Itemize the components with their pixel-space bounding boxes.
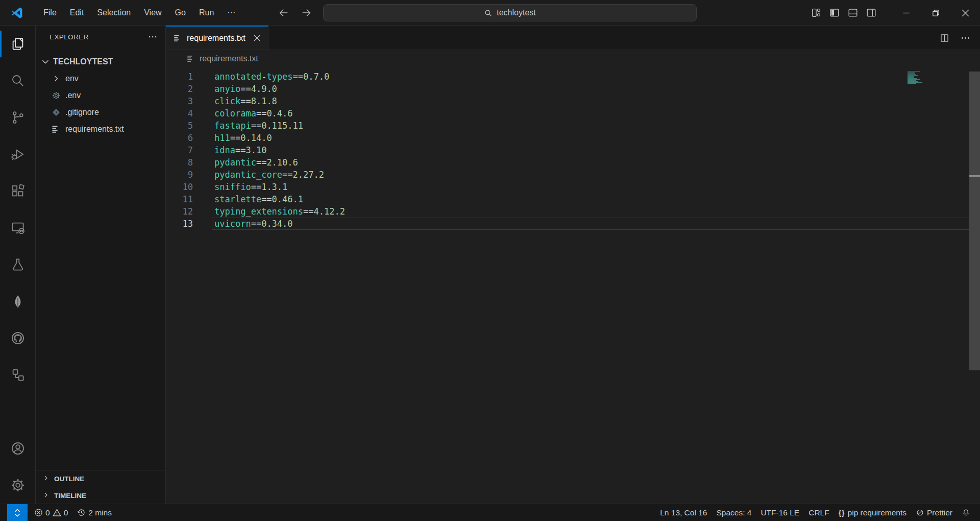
tree-root-techloytest[interactable]: TECHLOYTEST — [36, 53, 165, 70]
code-text: pydantic==2.10.6 — [193, 156, 298, 169]
remote-icon — [13, 508, 22, 517]
activity-source-control-icon[interactable] — [0, 99, 36, 136]
split-editor-icon[interactable] — [939, 33, 950, 43]
code-text: idna==3.10 — [193, 144, 266, 156]
status-bar-right: Ln 13, Col 16Spaces: 4UTF-16 LECRLF{}pip… — [655, 508, 975, 517]
code-line-1[interactable]: 1annotated-types==0.7.0 — [166, 70, 980, 83]
status-label: CRLF — [808, 508, 829, 517]
code-text: starlette==0.46.1 — [193, 193, 303, 205]
section-timeline[interactable]: TIMELINE — [36, 487, 165, 504]
explorer-actions-button[interactable]: ⋯ — [148, 31, 158, 42]
activity-testing-icon[interactable] — [0, 246, 36, 283]
chevron-right-icon — [36, 491, 54, 501]
code-line-10[interactable]: 10sniffio==1.3.1 — [166, 181, 980, 193]
code-text: uvicorn==0.34.0 — [193, 218, 293, 230]
editor-area: requirements.txt requirements.txt 1annot… — [166, 26, 980, 504]
section-outline[interactable]: OUTLINE — [36, 470, 165, 487]
title-bar: FileEditSelectionViewGoRun ⋯ techloytest — [0, 0, 980, 26]
code-line-6[interactable]: 6h11==0.14.0 — [166, 132, 980, 144]
tree-item-requirements-txt[interactable]: requirements.txt — [36, 121, 165, 137]
status-label: Spaces: 4 — [716, 508, 751, 517]
toggle-secondary-sidebar-icon[interactable] — [866, 7, 877, 18]
menu-more-button[interactable]: ⋯ — [220, 5, 242, 20]
code-line-2[interactable]: 2anyio==4.9.0 — [166, 83, 980, 95]
vscode-window: FileEditSelectionViewGoRun ⋯ techloytest — [0, 0, 980, 521]
activity-explorer-icon[interactable] — [0, 26, 36, 62]
minimize-button[interactable] — [891, 0, 921, 26]
code-line-5[interactable]: 5fastapi==0.115.11 — [166, 120, 980, 132]
tab-close-icon[interactable] — [253, 34, 261, 42]
status-indentation[interactable]: Spaces: 4 — [712, 508, 756, 517]
line-number: 12 — [166, 205, 193, 218]
tree-item-dot-env[interactable]: .env — [36, 87, 165, 104]
activity-extensions-icon[interactable] — [0, 173, 36, 209]
close-button[interactable] — [950, 0, 980, 26]
menu-view[interactable]: View — [137, 5, 168, 20]
tree-item-dot-gitignore[interactable]: .gitignore — [36, 104, 165, 121]
timer-indicator[interactable]: 2 mins — [72, 508, 116, 517]
status-notifications[interactable] — [957, 508, 975, 517]
status-cursor-position[interactable]: Ln 13, Col 16 — [655, 508, 712, 517]
file-tree: TECHLOYTESTenv.env.gitignorerequirements… — [36, 53, 165, 137]
command-center-search[interactable]: techloytest — [323, 4, 697, 21]
status-label: pip requirements — [848, 508, 906, 517]
code-line-13[interactable]: 13uvicorn==0.34.0 — [166, 218, 980, 230]
status-label: Prettier — [927, 508, 952, 517]
text-lines-icon — [51, 124, 61, 134]
activity-mongodb-icon[interactable] — [0, 283, 36, 320]
menu-go[interactable]: Go — [168, 5, 192, 20]
status-formatter[interactable]: Prettier — [911, 508, 957, 517]
activity-search-icon[interactable] — [0, 62, 36, 99]
code-line-8[interactable]: 8pydantic==2.10.6 — [166, 156, 980, 169]
activity-bar — [0, 26, 36, 504]
code-line-12[interactable]: 12typing_extensions==4.12.2 — [166, 205, 980, 218]
problems-indicator[interactable]: 0 0 — [30, 508, 72, 517]
customize-layout-icon[interactable] — [811, 7, 822, 18]
git-diamond-icon — [51, 107, 61, 117]
tab-requirements-txt[interactable]: requirements.txt — [166, 26, 268, 50]
restore-button[interactable] — [921, 0, 950, 26]
code-line-3[interactable]: 3click==8.1.8 — [166, 95, 980, 107]
code-editor[interactable]: 1annotated-types==0.7.02anyio==4.9.03cli… — [166, 67, 980, 504]
status-bar: 0 0 2 mins Ln 13, Col 16Spaces: 4UTF-16 … — [0, 504, 980, 521]
menu-edit[interactable]: Edit — [63, 5, 91, 20]
menu-selection[interactable]: Selection — [90, 5, 137, 20]
line-number: 3 — [166, 95, 193, 107]
activity-settings-icon[interactable] — [0, 467, 36, 504]
sidebar-title: EXPLORER — [50, 33, 89, 41]
tree-item-env[interactable]: env — [36, 70, 165, 87]
tab-label: requirements.txt — [187, 34, 246, 43]
menu-file[interactable]: File — [37, 5, 63, 20]
toggle-panel-icon[interactable] — [847, 7, 859, 18]
activity-run-and-debug-icon[interactable] — [0, 136, 36, 173]
sidebar-bottom-sections: OUTLINETIMELINE — [36, 470, 165, 504]
editor-scrollbar[interactable] — [969, 72, 980, 370]
breadcrumb[interactable]: requirements.txt — [166, 50, 980, 67]
code-text: pydantic_core==2.27.2 — [193, 169, 324, 181]
status-eol[interactable]: CRLF — [804, 508, 834, 517]
timer-label: 2 mins — [88, 508, 112, 517]
code-line-7[interactable]: 7idna==3.10 — [166, 144, 980, 156]
menu-run[interactable]: Run — [192, 5, 220, 20]
activity-remote-explorer-icon[interactable] — [0, 209, 36, 246]
line-number: 4 — [166, 107, 193, 120]
forward-arrow-icon[interactable] — [301, 7, 312, 18]
activity-github-icon[interactable] — [0, 320, 36, 357]
line-number: 5 — [166, 120, 193, 132]
status-label: UTF-16 LE — [761, 508, 799, 517]
explorer-sidebar: EXPLORER ⋯ TECHLOYTESTenv.env.gitignorer… — [36, 26, 166, 504]
minimap[interactable] — [908, 71, 923, 84]
activity-references-icon[interactable] — [0, 357, 36, 393]
toggle-primary-sidebar-icon[interactable] — [829, 7, 840, 18]
history-icon — [77, 508, 86, 517]
status-encoding[interactable]: UTF-16 LE — [756, 508, 804, 517]
status-language-mode[interactable]: {}pip requirements — [834, 508, 911, 517]
code-line-4[interactable]: 4colorama==0.4.6 — [166, 107, 980, 120]
search-text: techloytest — [497, 8, 535, 17]
activity-accounts-icon[interactable] — [0, 430, 36, 467]
remote-indicator[interactable] — [7, 504, 28, 521]
editor-more-actions-icon[interactable] — [960, 33, 971, 43]
back-arrow-icon[interactable] — [278, 7, 289, 18]
code-line-9[interactable]: 9pydantic_core==2.27.2 — [166, 169, 980, 181]
code-line-11[interactable]: 11starlette==0.46.1 — [166, 193, 980, 205]
